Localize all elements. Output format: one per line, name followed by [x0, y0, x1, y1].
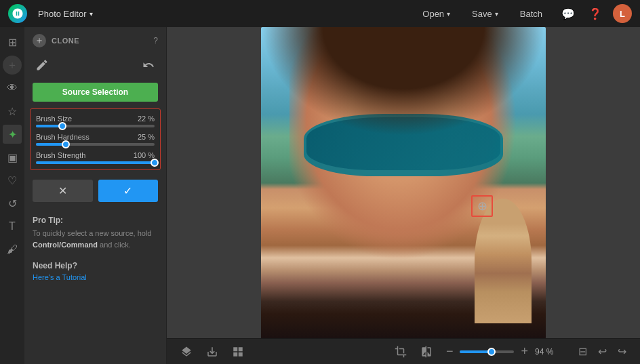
- layers-icon[interactable]: ▣: [3, 148, 22, 167]
- need-help-title: Need Help?: [33, 261, 158, 270]
- grid-icon[interactable]: [229, 343, 247, 361]
- need-help: Need Help? Here's a Tutorial: [24, 256, 166, 287]
- panel-title: CLONE: [52, 37, 148, 45]
- clone-indicator: ⊕: [471, 195, 493, 217]
- avatar[interactable]: L: [613, 4, 632, 23]
- topbar: Photo Editor ▾ Open ▾ Save ▾ Batch 💬 ❓ L: [0, 0, 640, 27]
- zoom-slider[interactable]: [460, 350, 514, 353]
- brush-strength-slider-row: Brush Strength 100 %: [36, 151, 155, 164]
- brush-hardness-label: Brush Hardness: [36, 133, 89, 141]
- canvas-area: ⊕ −: [167, 27, 640, 364]
- zoom-in-button[interactable]: +: [518, 343, 531, 360]
- panel-add-button[interactable]: ＋: [33, 34, 46, 47]
- pro-tip-title: Pro Tip:: [33, 216, 158, 225]
- brush-strength-value: 100 %: [134, 151, 155, 159]
- rotate-icon[interactable]: ↺: [3, 194, 22, 213]
- main: ⊞ ＋ 👁 ☆ ✦ ▣ ♡ ↺ T 🖌 ＋ CLONE ? Source Sel…: [0, 27, 640, 364]
- save-button[interactable]: Save ▾: [466, 6, 504, 22]
- zoom-thumb[interactable]: [487, 348, 496, 356]
- chat-icon[interactable]: 💬: [559, 4, 578, 23]
- brush-size-slider-row: Brush Size 22 %: [36, 115, 155, 127]
- photo-canvas[interactable]: ⊕: [261, 27, 546, 338]
- zoom-out-button[interactable]: −: [443, 343, 456, 360]
- brush-strength-label: Brush Strength: [36, 151, 85, 159]
- undo-icon[interactable]: [139, 56, 158, 75]
- sliders-box: Brush Size 22 % Brush Hardness 25 %: [30, 108, 161, 170]
- bottom-bar: − + 94 % ⊟ ↩ ↪: [167, 338, 640, 364]
- panel-header: ＋ CLONE ?: [24, 27, 166, 52]
- batch-button[interactable]: Batch: [515, 6, 548, 22]
- logo[interactable]: [8, 4, 27, 23]
- panel-help-icon[interactable]: ?: [153, 36, 158, 45]
- eye-icon[interactable]: 👁: [3, 79, 22, 98]
- panel-tools: [24, 52, 166, 79]
- help-icon[interactable]: ❓: [586, 4, 605, 23]
- action-buttons: ✕ ✓: [24, 177, 166, 210]
- topbar-right: 💬 ❓ L: [559, 4, 632, 23]
- layers-bottom-icon[interactable]: [178, 343, 195, 361]
- confirm-button[interactable]: ✓: [98, 180, 159, 202]
- star-icon[interactable]: ☆: [3, 102, 22, 121]
- brush-hardness-thumb[interactable]: [62, 140, 70, 148]
- effects-icon[interactable]: ✦: [3, 125, 22, 144]
- canvas-wrapper[interactable]: ⊕: [167, 27, 640, 338]
- app-name[interactable]: Photo Editor ▾: [38, 9, 93, 19]
- fit-icon[interactable]: ⊟: [576, 342, 590, 361]
- brush-hardness-value: 25 %: [138, 133, 155, 141]
- clone-crosshair-icon: ⊕: [477, 199, 487, 214]
- undo-bottom-icon[interactable]: ↩: [595, 342, 609, 361]
- export-icon[interactable]: [203, 343, 221, 361]
- brush-strength-track[interactable]: [36, 161, 155, 164]
- add-icon[interactable]: ＋: [3, 56, 22, 75]
- brush-strength-thumb[interactable]: [151, 159, 159, 167]
- pro-tip: Pro Tip: To quickly select a new source,…: [24, 210, 166, 256]
- crop-bottom-icon[interactable]: [392, 343, 409, 361]
- source-selection-button[interactable]: Source Selection: [33, 83, 158, 102]
- brush-size-label: Brush Size: [36, 115, 72, 123]
- panel: ＋ CLONE ? Source Selection Brush Size 22…: [24, 27, 167, 364]
- zoom-label: 94 %: [535, 347, 559, 357]
- brush-size-thumb[interactable]: [58, 122, 66, 130]
- compare-icon[interactable]: [418, 343, 435, 361]
- zoom-controls: − + 94 %: [443, 343, 559, 360]
- brush-hardness-slider-row: Brush Hardness 25 %: [36, 133, 155, 146]
- crop-tool-icon[interactable]: ⊞: [3, 33, 22, 52]
- heart-icon[interactable]: ♡: [3, 171, 22, 190]
- redo-bottom-icon[interactable]: ↪: [615, 342, 629, 361]
- brush-size-track[interactable]: [36, 125, 155, 127]
- bottom-right-icons: ⊟ ↩ ↪: [576, 342, 629, 361]
- tutorial-link[interactable]: Here's a Tutorial: [33, 273, 158, 281]
- brush-strength-fill: [36, 161, 155, 164]
- brush-icon[interactable]: 🖌: [3, 240, 22, 259]
- open-button[interactable]: Open ▾: [417, 6, 456, 22]
- brush-hardness-track[interactable]: [36, 143, 155, 146]
- left-iconbar: ⊞ ＋ 👁 ☆ ✦ ▣ ♡ ↺ T 🖌: [0, 27, 24, 364]
- brush-size-value: 22 %: [138, 115, 155, 123]
- cancel-button[interactable]: ✕: [33, 180, 93, 202]
- pro-tip-text: To quickly select a new source, hold Con…: [33, 228, 158, 250]
- clone-stamp-icon[interactable]: [33, 56, 52, 75]
- text-icon[interactable]: T: [3, 217, 22, 236]
